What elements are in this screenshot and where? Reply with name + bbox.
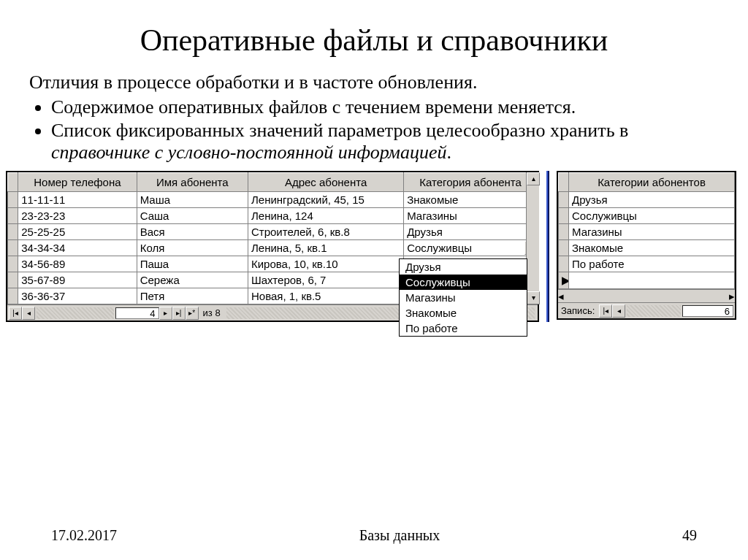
- scroll-left-icon[interactable]: ◂: [558, 290, 564, 302]
- col-address[interactable]: Адрес абонента: [248, 173, 403, 192]
- slide-footer: 17.02.2017 Базы данных 49: [0, 527, 748, 544]
- horizontal-scrollbar[interactable]: ◂ ▸: [558, 289, 735, 302]
- categories-table[interactable]: Категории абонентов Друзья Сослуживцы Ма…: [558, 172, 735, 289]
- table-row[interactable]: 34-34-34КоляЛенина, 5, кв.1 Сослуживцы ▼: [8, 240, 538, 256]
- record-label: Запись:: [560, 305, 599, 316]
- bullet-list: Содержимое оперативных файлов с течением…: [29, 96, 719, 164]
- table-row[interactable]: Сослуживцы: [559, 208, 735, 224]
- vertical-scrollbar[interactable]: ▴ ▾: [526, 172, 539, 304]
- row-header-corner: [8, 173, 18, 192]
- dropdown-item[interactable]: По работе: [400, 321, 527, 336]
- table-row[interactable]: Друзья: [559, 192, 735, 208]
- nav-new-button[interactable]: ▸*: [186, 307, 199, 320]
- subscribers-grid-window: Номер телефона Имя абонента Адрес абонен…: [6, 171, 539, 322]
- table-row[interactable]: 11-11-11МашаЛенинградский, 45, 15Знакомы…: [8, 192, 538, 208]
- scroll-up-icon[interactable]: ▴: [527, 172, 540, 185]
- dropdown-item[interactable]: Знакомые: [400, 305, 527, 321]
- combo-value: Сослуживцы: [404, 240, 537, 256]
- col-category[interactable]: Категория абонента: [404, 173, 538, 192]
- col-phone[interactable]: Номер телефона: [18, 173, 137, 192]
- footer-page: 49: [682, 527, 697, 544]
- nav-first-button[interactable]: |◂: [9, 307, 22, 320]
- window-divider: [546, 171, 549, 322]
- table-row[interactable]: 23-23-23СашаЛенина, 124Магазины: [8, 208, 538, 224]
- table-row[interactable]: По работе: [559, 256, 735, 272]
- nav-next-button[interactable]: ▸: [159, 307, 172, 320]
- bullet-item: Список фиксированных значений параметров…: [51, 120, 719, 164]
- record-navigator: Запись: |◂ ◂ 6: [558, 302, 735, 318]
- category-dropdown[interactable]: Друзья Сослуживцы Магазины Знакомые По р…: [399, 258, 527, 337]
- record-number-field[interactable]: 4: [115, 307, 159, 319]
- record-number-field[interactable]: 6: [682, 305, 733, 317]
- table-row[interactable]: 25-25-25ВасяСтроителей, 6, кв.8Друзья: [8, 224, 538, 240]
- scroll-right-icon[interactable]: ▸: [729, 290, 735, 302]
- col-name[interactable]: Имя абонента: [137, 173, 248, 192]
- footer-title: Базы данных: [359, 527, 440, 544]
- nav-prev-button[interactable]: ◂: [612, 304, 625, 318]
- dropdown-item[interactable]: Магазины: [400, 290, 527, 305]
- categories-grid-window: Категории абонентов Друзья Сослуживцы Ма…: [557, 171, 736, 320]
- table-row[interactable]: ▶: [559, 272, 735, 289]
- table-row[interactable]: Знакомые: [559, 240, 735, 256]
- category-combobox[interactable]: Сослуживцы ▼: [404, 240, 538, 256]
- bullet-item: Содержимое оперативных файлов с течением…: [51, 96, 719, 118]
- nav-first-button[interactable]: |◂: [599, 304, 612, 318]
- scroll-down-icon[interactable]: ▾: [527, 291, 540, 304]
- footer-date: 17.02.2017: [51, 527, 117, 544]
- current-record-icon: ▶: [559, 272, 569, 289]
- bullet-emphasis: справочнике с условно-постоянной информа…: [51, 142, 447, 163]
- nav-prev-button[interactable]: ◂: [22, 307, 35, 320]
- bullet-text: Список фиксированных значений параметров…: [51, 120, 628, 141]
- of-label: из 8: [199, 307, 225, 318]
- col-categories[interactable]: Категории абонентов: [569, 173, 735, 192]
- dropdown-item[interactable]: Друзья: [400, 259, 527, 275]
- bullet-text: .: [447, 142, 452, 163]
- slide-title: Оперативные файлы и справочники: [29, 22, 719, 58]
- slide-subtitle: Отличия в процессе обработки и в частоте…: [29, 72, 719, 93]
- nav-last-button[interactable]: ▸|: [172, 307, 186, 320]
- dropdown-item[interactable]: Сослуживцы: [400, 275, 527, 290]
- table-row[interactable]: Магазины: [559, 224, 735, 240]
